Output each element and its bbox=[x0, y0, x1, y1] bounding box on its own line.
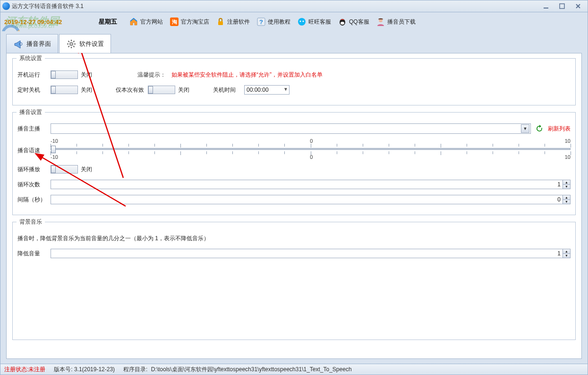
shutdown-toggle[interactable] bbox=[51, 86, 78, 94]
reduce-volume-input[interactable]: 1 ▲▼ bbox=[51, 249, 571, 258]
help-icon: ? bbox=[256, 17, 266, 26]
minimize-button[interactable] bbox=[541, 3, 551, 9]
spin-down-button[interactable]: ▼ bbox=[562, 200, 570, 204]
hint-label: 温馨提示： bbox=[137, 71, 166, 79]
interval-value: 0 bbox=[51, 196, 570, 203]
scale-max: 10 bbox=[565, 138, 571, 144]
spin-up-button[interactable]: ▲ bbox=[562, 180, 570, 185]
home-icon bbox=[129, 17, 138, 26]
toolbar-link-lock[interactable]: 注册软件 bbox=[214, 16, 252, 27]
tab-broadcast[interactable]: 播音界面 bbox=[6, 34, 58, 53]
toolbar-link-wangwang[interactable]: 旺旺客服 bbox=[295, 16, 333, 27]
speed-slider[interactable]: -10 0 10 -10 0 10 bbox=[51, 138, 571, 160]
group-title: 背景音乐 bbox=[17, 218, 45, 226]
loop-state: 关闭 bbox=[81, 166, 92, 174]
interval-input[interactable]: 0 ▲▼ bbox=[51, 195, 571, 204]
title-bar: 远方文字转语音播音软件 3.1 bbox=[0, 0, 588, 12]
shutdown-state: 关闭 bbox=[81, 86, 92, 94]
host-label: 播音主播 bbox=[17, 125, 51, 133]
weekday-text: 星期五 bbox=[99, 17, 117, 26]
scale-mid: 0 bbox=[310, 138, 313, 144]
once-toggle[interactable] bbox=[148, 86, 175, 94]
program-dir: 程序目录: D:\tools\桌面\河东软件园\yftexttospeech31… bbox=[123, 366, 351, 374]
shutdown-time-value: 00:00:00 bbox=[247, 87, 269, 93]
bgm-desc: 播音时，降低背景音乐为当前音量的几分之一（最小为 1，表示不降低音乐） bbox=[17, 235, 209, 243]
register-status: 注册状态:未注册 bbox=[4, 366, 45, 374]
group-title: 系统设置 bbox=[17, 54, 45, 62]
date-time-display: 2019-12-27 09:04:42 星期五 bbox=[4, 13, 118, 31]
autorun-state: 关闭 bbox=[81, 71, 92, 79]
svg-point-10 bbox=[300, 21, 301, 22]
svg-point-13 bbox=[341, 22, 344, 25]
once-state: 关闭 bbox=[178, 86, 189, 94]
toolbar: 河东软件园 www.pc0359.cn 2019-12-27 09:04:42 … bbox=[0, 12, 588, 31]
chevron-down-icon[interactable]: ▼ bbox=[521, 124, 529, 133]
scale-max2: 10 bbox=[565, 154, 571, 160]
toolbar-link-qq[interactable]: QQ客服 bbox=[336, 16, 371, 27]
toolbar-link-home[interactable]: 官方网站 bbox=[127, 16, 165, 27]
loop-count-label: 循环次数 bbox=[17, 181, 51, 189]
window-title: 远方文字转语音播音软件 3.1 bbox=[12, 2, 541, 10]
taobao-icon: 淘 bbox=[170, 17, 179, 26]
group-bgm-settings: 背景音乐 播音时，降低背景音乐为当前音量的几分之一（最小为 1，表示不降低音乐）… bbox=[12, 222, 576, 340]
svg-text:?: ? bbox=[259, 18, 263, 26]
svg-point-9 bbox=[298, 18, 306, 26]
hint-text: 如果被某些安全软件阻止，请选择“允许”，并设置加入白名单 bbox=[171, 71, 323, 79]
shutdown-time-label: 关机时间 bbox=[213, 86, 236, 94]
interval-label: 间隔（秒） bbox=[17, 196, 51, 204]
chevron-down-icon[interactable]: ▼ bbox=[283, 87, 288, 92]
autorun-toggle[interactable] bbox=[51, 70, 78, 79]
tab-strip: 播音界面软件设置 bbox=[6, 34, 582, 53]
qq-icon bbox=[338, 17, 347, 26]
svg-point-25 bbox=[70, 43, 72, 45]
maximize-button[interactable] bbox=[557, 3, 567, 9]
group-system-settings: 系统设置 开机运行 关闭 温馨提示： 如果被某些安全软件阻止，请选择“允许”，并… bbox=[12, 58, 576, 105]
toolbar-link-help[interactable]: ?使用教程 bbox=[255, 16, 292, 27]
tab-panel-settings: 系统设置 开机运行 关闭 温馨提示： 如果被某些安全软件阻止，请选择“允许”，并… bbox=[6, 53, 582, 359]
status-bar: 注册状态:未注册 版本号: 3.1(2019-12-23) 程序目录: D:\t… bbox=[0, 364, 588, 375]
shutdown-label: 定时关机 bbox=[17, 86, 51, 94]
svg-line-23 bbox=[68, 46, 69, 47]
scale-min2: -10 bbox=[51, 154, 58, 160]
speed-label: 播音语速 bbox=[17, 138, 51, 160]
spin-down-button[interactable]: ▼ bbox=[562, 185, 570, 189]
loop-count-value: 1 bbox=[51, 181, 570, 188]
spin-up-button[interactable]: ▲ bbox=[562, 195, 570, 200]
group-broadcast-settings: 播音设置 播音主播 ▼ 刷新列表 播音语速 -10 0 10 bbox=[12, 112, 576, 215]
close-button[interactable] bbox=[573, 3, 583, 9]
refresh-icon[interactable] bbox=[535, 124, 544, 133]
loop-toggle[interactable] bbox=[51, 165, 78, 174]
lock-icon bbox=[216, 17, 225, 26]
spin-up-button[interactable]: ▲ bbox=[562, 249, 570, 254]
megaphone-icon bbox=[13, 39, 24, 49]
person-icon bbox=[376, 17, 385, 26]
app-icon bbox=[2, 2, 10, 10]
svg-rect-1 bbox=[560, 4, 564, 9]
scale-min: -10 bbox=[51, 138, 58, 144]
tab-settings[interactable]: 软件设置 bbox=[59, 34, 111, 53]
shutdown-time-input[interactable]: 00:00:00 ▼ bbox=[244, 85, 290, 95]
date-time-text: 2019-12-27 09:04:42 bbox=[4, 18, 62, 26]
toolbar-link-person[interactable]: 播音员下载 bbox=[374, 16, 418, 27]
host-combo[interactable]: ▼ bbox=[51, 123, 531, 134]
wangwang-icon bbox=[297, 17, 307, 26]
autorun-label: 开机运行 bbox=[17, 71, 51, 79]
loop-label: 循环播放 bbox=[17, 166, 51, 174]
toolbar-link-taobao[interactable]: 淘官方淘宝店 bbox=[168, 16, 211, 27]
gear-icon bbox=[66, 39, 77, 49]
group-title: 播音设置 bbox=[17, 108, 45, 116]
reduce-label: 降低音量 bbox=[17, 250, 51, 258]
loop-count-input[interactable]: 1 ▲▼ bbox=[51, 180, 571, 189]
svg-point-11 bbox=[303, 21, 304, 22]
spin-down-button[interactable]: ▼ bbox=[562, 254, 570, 258]
svg-line-22 bbox=[73, 46, 74, 47]
svg-line-24 bbox=[73, 41, 74, 42]
reduce-value: 1 bbox=[51, 250, 570, 257]
once-label: 仅本次有效 bbox=[116, 86, 144, 94]
client-area: 播音界面软件设置 系统设置 开机运行 关闭 温馨提示： 如果被某些安全软件阻止，… bbox=[0, 31, 588, 364]
refresh-list-link[interactable]: 刷新列表 bbox=[548, 125, 571, 133]
version-info: 版本号: 3.1(2019-12-23) bbox=[54, 366, 115, 374]
svg-text:淘: 淘 bbox=[171, 19, 177, 25]
svg-line-21 bbox=[68, 41, 69, 42]
svg-rect-6 bbox=[218, 21, 223, 25]
